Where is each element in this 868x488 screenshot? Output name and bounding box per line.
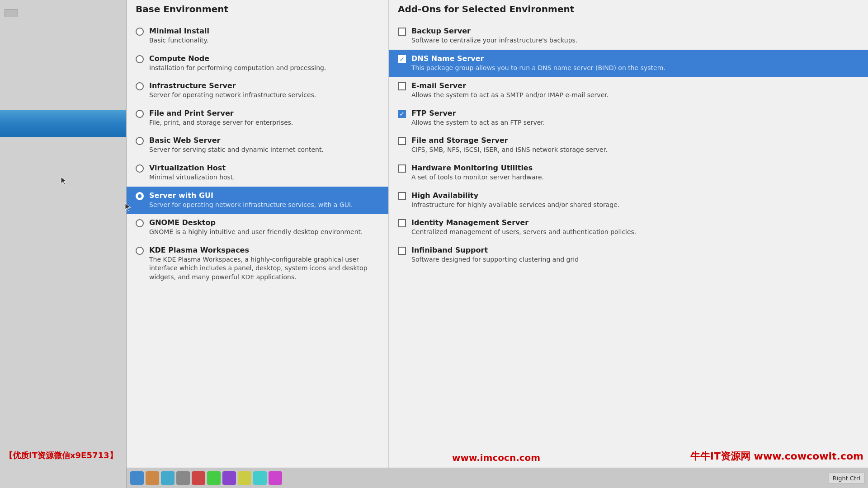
addon-title-ftp: FTP Server (411, 109, 545, 117)
addon-text-ftp: FTP ServerAllows the system to act as an… (411, 109, 545, 127)
addon-text-email: E-mail ServerAllows the system to act as… (411, 81, 609, 100)
addon-desc-identity-management: Centralized management of users, servers… (411, 228, 636, 237)
env-title-file-print: File and Print Server (149, 109, 293, 117)
env-item-virtualization[interactable]: Virtualization HostMinimal virtualizatio… (127, 159, 388, 187)
addon-desc-backup: Software to centralize your infrastructu… (411, 36, 577, 45)
radio-gnome (136, 219, 144, 227)
checkbox-hardware-monitoring[interactable] (398, 164, 406, 173)
env-item-infrastructure[interactable]: Infrastructure ServerServer for operatin… (127, 77, 388, 104)
checkbox-identity-management[interactable] (398, 219, 406, 227)
addon-title-file-storage: File and Storage Server (411, 136, 608, 145)
env-desc-server-gui: Server for operating network infrastruct… (149, 201, 353, 210)
sidebar-watermark: 【优质IT资源微信x9E5713】 (5, 450, 118, 461)
env-desc-file-print: File, print, and storage server for ente… (149, 118, 293, 127)
taskbar-icon-8[interactable] (238, 471, 251, 485)
addon-desc-dns: This package group allows you to run a D… (411, 64, 665, 73)
addon-item-infiniband[interactable]: Infiniband SupportSoftware designed for … (389, 241, 868, 269)
taskbar-icon-3[interactable] (161, 471, 175, 485)
addon-text-identity-management: Identity Management ServerCentralized ma… (411, 218, 636, 237)
env-desc-kde: The KDE Plasma Workspaces, a highly-conf… (149, 255, 379, 282)
taskbar-icon-9[interactable] (253, 471, 267, 485)
env-desc-compute: Installation for performing computation … (149, 64, 326, 73)
env-text-kde: KDE Plasma WorkspacesThe KDE Plasma Work… (149, 246, 379, 282)
taskbar-icon-7[interactable] (222, 471, 236, 485)
sidebar-top (0, 0, 126, 7)
env-title-infrastructure: Infrastructure Server (149, 81, 316, 90)
radio-kde (136, 247, 144, 255)
addon-item-identity-management[interactable]: Identity Management ServerCentralized ma… (389, 214, 868, 241)
addons-panel: Add-Ons for Selected Environment Backup … (389, 0, 868, 488)
addon-item-high-availability[interactable]: High AvailabilityInfrastructure for high… (389, 187, 868, 214)
addon-item-backup[interactable]: Backup ServerSoftware to centralize your… (389, 22, 868, 50)
taskbar-icon-6[interactable] (207, 471, 221, 485)
env-item-minimal[interactable]: Minimal InstallBasic functionality. (127, 22, 388, 50)
cursor-arrow-1 (60, 176, 69, 185)
taskbar-right-ctrl[interactable]: Right Ctrl (829, 473, 865, 484)
env-item-server-gui[interactable]: Server with GUIServer for operating netw… (127, 187, 388, 214)
svg-marker-0 (61, 177, 66, 184)
addon-item-file-storage[interactable]: File and Storage ServerCIFS, SMB, NFS, i… (389, 131, 868, 159)
env-title-kde: KDE Plasma Workspaces (149, 246, 379, 254)
env-text-virtualization: Virtualization HostMinimal virtualizatio… (149, 164, 235, 182)
radio-virtualization (136, 164, 144, 173)
checkbox-infiniband[interactable] (398, 247, 406, 255)
addon-item-ftp[interactable]: ✓FTP ServerAllows the system to act as a… (389, 104, 868, 132)
env-text-gnome: GNOME DesktopGNOME is a highly intuitive… (149, 218, 363, 237)
sidebar-highlight (0, 110, 126, 137)
checkbox-dns[interactable]: ✓ (398, 55, 406, 63)
env-item-file-print[interactable]: File and Print ServerFile, print, and st… (127, 104, 388, 132)
addon-desc-file-storage: CIFS, SMB, NFS, iSCSI, iSER, and iSNS ne… (411, 145, 608, 155)
base-environment-panel: Base Environment Minimal InstallBasic fu… (127, 0, 389, 488)
env-item-compute[interactable]: Compute NodeInstallation for performing … (127, 50, 388, 77)
checkbox-file-storage[interactable] (398, 137, 406, 145)
addon-desc-email: Allows the system to act as a SMTP and/o… (411, 91, 609, 100)
env-title-gnome: GNOME Desktop (149, 218, 363, 227)
radio-inner-server-gui (138, 194, 142, 198)
addon-desc-infiniband: Software designed for supporting cluster… (411, 255, 579, 264)
radio-file-print (136, 110, 144, 118)
environment-list: Minimal InstallBasic functionality.Compu… (127, 20, 388, 488)
radio-minimal (136, 28, 144, 36)
taskbar-icon-5[interactable] (192, 471, 205, 485)
addon-item-dns[interactable]: ✓DNS Name ServerThis package group allow… (389, 50, 868, 77)
addon-title-email: E-mail Server (411, 81, 609, 90)
env-desc-basic-web: Server for serving static and dynamic in… (149, 145, 324, 155)
env-desc-minimal: Basic functionality. (149, 36, 209, 45)
checkbox-ftp[interactable]: ✓ (398, 110, 406, 118)
addon-desc-ftp: Allows the system to act as an FTP serve… (411, 118, 545, 127)
addon-title-high-availability: High Availability (411, 191, 619, 200)
addon-text-dns: DNS Name ServerThis package group allows… (411, 54, 665, 73)
sidebar-mini-button[interactable] (5, 9, 18, 17)
main-layout: 【优质IT资源微信x9E5713】 Base Environment Minim… (0, 0, 868, 488)
taskbar-icon-4[interactable] (176, 471, 190, 485)
checkbox-high-availability[interactable] (398, 192, 406, 200)
radio-server-gui (136, 192, 144, 200)
radio-basic-web (136, 137, 144, 145)
addon-text-backup: Backup ServerSoftware to centralize your… (411, 27, 577, 45)
checkbox-backup[interactable] (398, 28, 406, 36)
env-item-kde[interactable]: KDE Plasma WorkspacesThe KDE Plasma Work… (127, 241, 388, 286)
addon-item-email[interactable]: E-mail ServerAllows the system to act as… (389, 77, 868, 104)
env-title-compute: Compute Node (149, 54, 326, 63)
taskbar-icon-1[interactable] (130, 471, 144, 485)
addon-title-hardware-monitoring: Hardware Monitoring Utilities (411, 164, 544, 172)
addon-text-hardware-monitoring: Hardware Monitoring UtilitiesA set of to… (411, 164, 544, 182)
env-item-basic-web[interactable]: Basic Web ServerServer for serving stati… (127, 131, 388, 159)
addon-item-hardware-monitoring[interactable]: Hardware Monitoring UtilitiesA set of to… (389, 159, 868, 187)
addon-desc-high-availability: Infrastructure for highly available serv… (411, 201, 619, 210)
env-text-infrastructure: Infrastructure ServerServer for operatin… (149, 81, 316, 100)
addons-header: Add-Ons for Selected Environment (389, 0, 868, 20)
addon-title-infiniband: Infiniband Support (411, 246, 579, 254)
taskbar-icon-2[interactable] (146, 471, 159, 485)
env-item-gnome[interactable]: GNOME DesktopGNOME is a highly intuitive… (127, 214, 388, 241)
bottom-cn-watermark: 牛牛IT资源网 www.cowcowit.com (690, 450, 863, 463)
addons-list: Backup ServerSoftware to centralize your… (389, 20, 868, 488)
sidebar: 【优质IT资源微信x9E5713】 (0, 0, 127, 488)
addon-text-infiniband: Infiniband SupportSoftware designed for … (411, 246, 579, 264)
env-desc-gnome: GNOME is a highly intuitive and user fri… (149, 228, 363, 237)
env-text-file-print: File and Print ServerFile, print, and st… (149, 109, 293, 127)
checkbox-email[interactable] (398, 82, 406, 90)
env-text-basic-web: Basic Web ServerServer for serving stati… (149, 136, 324, 155)
env-desc-infrastructure: Server for operating network infrastruct… (149, 91, 316, 100)
taskbar-icon-10[interactable] (269, 471, 282, 485)
